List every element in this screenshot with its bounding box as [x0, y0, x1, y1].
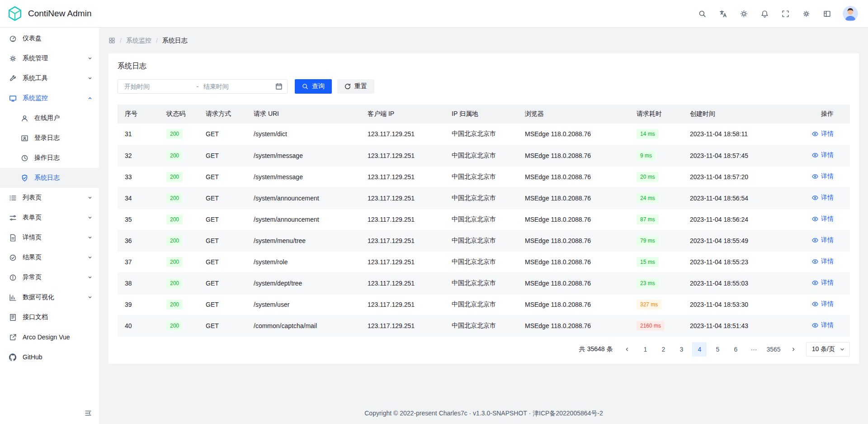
theme-button[interactable] [736, 6, 751, 21]
prev-page-button[interactable] [620, 342, 634, 357]
cell-client-ip: 123.117.129.251 [360, 145, 444, 166]
form-icon [9, 214, 17, 222]
eye-icon [812, 173, 818, 180]
range-separator: - [196, 82, 198, 91]
chevron-down-icon [87, 195, 93, 200]
cell-status: 200 [159, 187, 198, 209]
cell-client-ip: 123.117.129.251 [360, 315, 444, 336]
detail-link[interactable]: 详情 [812, 151, 834, 159]
pagination-more-button[interactable]: ··· [746, 342, 761, 357]
detail-link[interactable]: 详情 [812, 257, 834, 266]
sidebar-item-list-pages[interactable]: 列表页 [0, 188, 99, 208]
end-time-input[interactable] [203, 82, 272, 91]
sidebar-collapse-button[interactable] [82, 407, 94, 419]
avatar-image [843, 6, 858, 21]
cell-status: 200 [159, 209, 198, 230]
cell-actions: 详情 [791, 251, 850, 272]
table-row: 34200GET/system/announcement123.117.129.… [118, 187, 850, 209]
table-row: 39200GET/system/user123.117.129.251中国北京北… [118, 294, 850, 315]
sidebar-item-operation-logs[interactable]: 操作日志 [0, 148, 99, 168]
sidebar-item-online-users[interactable]: 在线用户 [0, 108, 99, 128]
translate-button[interactable] [715, 6, 731, 21]
page-button-2[interactable]: 2 [656, 342, 670, 357]
page-button-6[interactable]: 6 [728, 342, 743, 357]
breadcrumb: / 系统监控 / 系统日志 [99, 28, 868, 53]
duration-badge: 87 ms [637, 214, 659, 224]
cell-browser: MSEdge 118.0.2088.76 [518, 145, 629, 166]
detail-link[interactable]: 详情 [812, 194, 834, 202]
breadcrumb-item-system-monitor[interactable]: 系统监控 [126, 37, 151, 45]
sidebar-item-github[interactable]: GitHub [0, 347, 99, 367]
query-button[interactable]: 查询 [295, 79, 332, 94]
cell-seq: 32 [118, 145, 159, 166]
sidebar-item-system-tools[interactable]: 系统工具 [0, 68, 99, 88]
github-icon [9, 353, 17, 361]
detail-link[interactable]: 详情 [812, 321, 834, 329]
breadcrumb-separator: / [120, 37, 122, 44]
avatar[interactable] [843, 6, 858, 21]
cell-duration: 20 ms [629, 166, 683, 187]
detail-link[interactable]: 详情 [812, 300, 834, 308]
sidebar-item-system-monitor[interactable]: 系统监控 [0, 88, 99, 108]
status-badge: 200 [166, 236, 183, 246]
cell-status: 200 [159, 251, 198, 272]
cell-seq: 34 [118, 187, 159, 209]
search-button[interactable] [694, 6, 710, 21]
page-button-3565[interactable]: 3565 [764, 342, 782, 357]
page-button-4[interactable]: 4 [692, 342, 707, 357]
cell-status: 200 [159, 294, 198, 315]
cell-ip-location: 中国北京北京市 [444, 272, 518, 294]
sidebar-item-result-pages[interactable]: 结果页 [0, 248, 99, 267]
sidebar-item-form-pages[interactable]: 表单页 [0, 208, 99, 228]
cell-uri: /system/announcement [246, 209, 360, 230]
detail-link[interactable]: 详情 [812, 279, 834, 287]
sidebar-item-system-management[interactable]: 系统管理 [0, 48, 99, 68]
page-button-1[interactable]: 1 [638, 342, 652, 357]
detail-link[interactable]: 详情 [812, 215, 834, 223]
chevron-down-icon [87, 235, 93, 240]
eye-icon [812, 237, 818, 243]
sidebar-item-login-logs[interactable]: 登录日志 [0, 128, 99, 148]
sidebar-item-label: 系统监控 [23, 94, 87, 102]
sidebar-item-exception-pages[interactable]: 异常页 [0, 267, 99, 287]
chevron-right-icon [791, 347, 796, 352]
reset-button[interactable]: 重置 [337, 79, 374, 94]
app-title: ContiNew Admin [28, 9, 91, 19]
cell-method: GET [198, 230, 246, 251]
cell-actions: 详情 [791, 145, 850, 166]
table-header-row: 序号状态码请求方式请求 URI客户端 IPIP 归属地浏览器请求耗时创建时间操作 [118, 105, 850, 124]
logo[interactable]: ContiNew Admin [7, 6, 91, 21]
detail-link[interactable]: 详情 [812, 130, 834, 138]
fullscreen-button[interactable] [778, 6, 793, 21]
cell-actions: 详情 [791, 187, 850, 209]
detail-link[interactable]: 详情 [812, 172, 834, 181]
cell-actions: 详情 [791, 272, 850, 294]
table-row: 38200GET/system/dept/tree123.117.129.251… [118, 272, 850, 294]
sidebar-item-arco-design-vue[interactable]: Arco Design Vue [0, 327, 99, 347]
sidebar-item-label: 系统工具 [23, 74, 87, 82]
sidebar-item-detail-pages[interactable]: 详情页 [0, 228, 99, 248]
page-button-3[interactable]: 3 [674, 342, 689, 357]
detail-link[interactable]: 详情 [812, 236, 834, 244]
date-range-picker[interactable]: - [118, 79, 288, 94]
start-time-input[interactable] [123, 82, 193, 91]
cell-uri: /system/role [246, 251, 360, 272]
sidebar-item-dashboard[interactable]: 仪表盘 [0, 29, 99, 48]
status-badge: 200 [166, 257, 183, 267]
sidebar-item-data-visualization[interactable]: 数据可视化 [0, 287, 99, 307]
next-page-button[interactable] [786, 342, 801, 357]
notification-button[interactable] [757, 6, 772, 21]
sidebar-item-api-docs[interactable]: 接口文档 [0, 307, 99, 327]
sidebar-item-system-logs[interactable]: 系统日志 [0, 168, 99, 188]
apps-icon[interactable] [108, 37, 115, 44]
cell-client-ip: 123.117.129.251 [360, 166, 444, 187]
page-size-select[interactable]: 10 条/页 [806, 342, 850, 357]
column-header: 客户端 IP [360, 105, 444, 124]
cell-client-ip: 123.117.129.251 [360, 209, 444, 230]
detail-link-label: 详情 [821, 279, 834, 287]
query-button-label: 查询 [312, 82, 325, 91]
page-button-5[interactable]: 5 [710, 342, 725, 357]
settings-button[interactable] [798, 6, 814, 21]
cell-uri: /system/menu/tree [246, 230, 360, 251]
layout-button[interactable] [819, 6, 835, 21]
